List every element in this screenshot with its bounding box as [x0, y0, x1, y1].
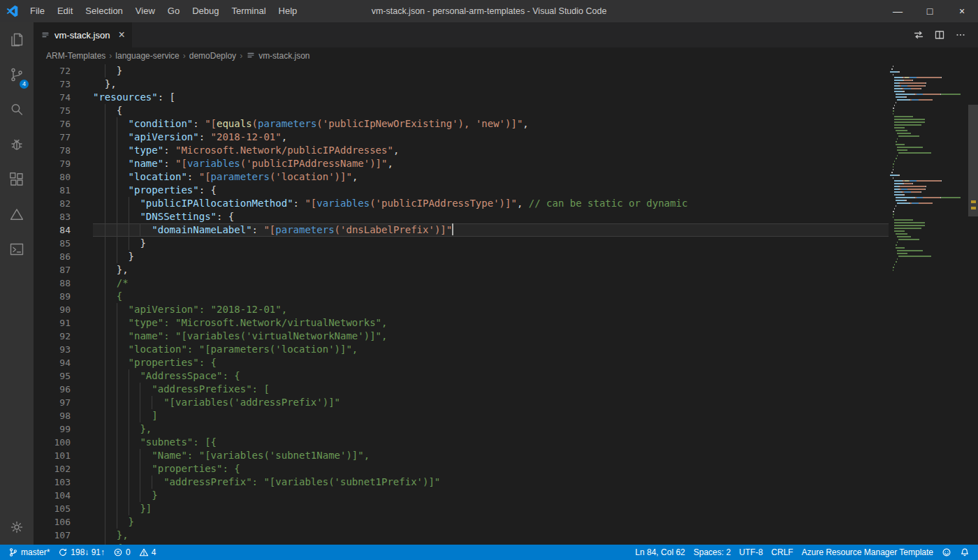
editor-scrollbar[interactable] — [968, 105, 978, 216]
breadcrumb-item[interactable]: vm-stack.json — [245, 50, 310, 62]
menu-item-help[interactable]: Help — [272, 0, 304, 22]
status-notifications[interactable] — [956, 545, 974, 560]
code-line[interactable]: 108 { — [34, 542, 889, 545]
line-number[interactable]: 101 — [34, 449, 71, 462]
line-number[interactable]: 78 — [34, 144, 71, 157]
minimize-button[interactable]: — — [882, 0, 914, 22]
code-line[interactable]: 84 "domainNameLabel": "[parameters('dnsL… — [34, 223, 889, 237]
code-line[interactable]: 102 "properties": { — [34, 462, 889, 476]
line-number[interactable]: 92 — [34, 330, 71, 343]
code-line[interactable]: 98 ] — [34, 409, 889, 422]
status-encoding[interactable]: UTF-8 — [735, 545, 767, 560]
line-number[interactable]: 87 — [34, 263, 71, 277]
line-number[interactable]: 81 — [34, 184, 71, 197]
code-line[interactable]: 82 "publicIPAllocationMethod": "[variabl… — [34, 197, 889, 210]
line-number[interactable]: 77 — [34, 131, 71, 144]
status-sync[interactable]: 198↓ 91↑ — [54, 545, 109, 560]
line-number[interactable]: 90 — [34, 303, 71, 316]
line-number[interactable]: 79 — [34, 157, 71, 170]
close-button[interactable]: × — [946, 0, 978, 22]
code-line[interactable]: 89 { — [34, 290, 889, 303]
status-branch[interactable]: master* — [4, 545, 54, 560]
code-line[interactable]: 78 "type": "Microsoft.Network/publicIPAd… — [34, 144, 889, 157]
open-changes-icon[interactable] — [908, 22, 929, 47]
line-number[interactable]: 99 — [34, 422, 71, 436]
editor[interactable]: 72 }73 },74"resources": [75 {76 "conditi… — [34, 64, 978, 545]
code-line[interactable]: 85 } — [34, 237, 889, 250]
line-number[interactable]: 85 — [34, 237, 71, 250]
minimap[interactable] — [890, 66, 968, 272]
code-line[interactable]: 106 } — [34, 515, 889, 529]
line-number[interactable]: 82 — [34, 197, 71, 210]
line-number[interactable]: 72 — [34, 64, 71, 78]
line-number[interactable]: 83 — [34, 210, 71, 223]
code-line[interactable]: 93 "location": "[parameters('location')]… — [34, 343, 889, 356]
code-line[interactable]: 79 "name": "[variables('publicIPAddressN… — [34, 157, 889, 170]
code-area[interactable]: 72 }73 },74"resources": [75 {76 "conditi… — [34, 64, 889, 545]
code-line[interactable]: 75 { — [34, 104, 889, 117]
code-line[interactable]: 74"resources": [ — [34, 91, 889, 104]
line-number[interactable]: 73 — [34, 78, 71, 91]
code-line[interactable]: 107 }, — [34, 529, 889, 542]
line-number[interactable]: 94 — [34, 356, 71, 369]
source-control-icon[interactable]: 4 — [0, 57, 34, 92]
status-feedback[interactable] — [937, 545, 956, 560]
line-number[interactable]: 103 — [34, 476, 71, 489]
code-line[interactable]: 90 "apiVersion": "2018-12-01", — [34, 303, 889, 316]
line-number[interactable]: 95 — [34, 369, 71, 383]
settings-gear-icon[interactable] — [0, 510, 34, 545]
line-number[interactable]: 108 — [34, 542, 71, 545]
extensions-icon[interactable] — [0, 162, 34, 197]
line-number[interactable]: 91 — [34, 316, 71, 330]
split-editor-icon[interactable] — [929, 22, 950, 47]
more-actions-icon[interactable] — [950, 22, 971, 47]
breadcrumb-item[interactable]: language-service — [115, 51, 180, 61]
line-number[interactable]: 80 — [34, 170, 71, 184]
remote-terminal-icon[interactable] — [0, 232, 34, 267]
code-line[interactable]: 87 }, — [34, 263, 889, 277]
line-number[interactable]: 76 — [34, 117, 71, 131]
line-number[interactable]: 106 — [34, 515, 71, 529]
code-line[interactable]: 80 "location": "[parameters('location')]… — [34, 170, 889, 184]
line-number[interactable]: 107 — [34, 529, 71, 542]
breadcrumb-item[interactable]: demoDeploy — [189, 51, 237, 61]
line-number[interactable]: 89 — [34, 290, 71, 303]
line-number[interactable]: 93 — [34, 343, 71, 356]
status-eol[interactable]: CRLF — [767, 545, 797, 560]
menu-item-selection[interactable]: Selection — [79, 0, 129, 22]
code-line[interactable]: 101 "Name": "[variables('subnet1Name')]"… — [34, 449, 889, 462]
line-number[interactable]: 104 — [34, 489, 71, 502]
tab-close-icon[interactable]: × — [118, 29, 124, 40]
breadcrumb-item[interactable]: ARM-Templates — [45, 51, 106, 61]
explorer-icon[interactable] — [0, 22, 34, 57]
status-warnings[interactable]: 4 — [135, 545, 161, 560]
line-number[interactable]: 97 — [34, 396, 71, 409]
line-number[interactable]: 75 — [34, 104, 71, 117]
line-number[interactable]: 74 — [34, 91, 71, 104]
code-line[interactable]: 76 "condition": "[equals(parameters('pub… — [34, 117, 889, 131]
line-number[interactable]: 86 — [34, 250, 71, 263]
status-language-mode[interactable]: Azure Resource Manager Template — [797, 545, 937, 560]
menu-item-debug[interactable]: Debug — [186, 0, 225, 22]
code-line[interactable]: 103 "addressPrefix": "[variables('subnet… — [34, 476, 889, 489]
code-line[interactable]: 72 } — [34, 64, 889, 78]
menu-item-edit[interactable]: Edit — [51, 0, 79, 22]
status-cursor-position[interactable]: Ln 84, Col 62 — [631, 545, 689, 560]
line-number[interactable]: 88 — [34, 277, 71, 290]
status-indentation[interactable]: Spaces: 2 — [689, 545, 735, 560]
code-line[interactable]: 95 "AddressSpace": { — [34, 369, 889, 383]
line-number[interactable]: 84 — [34, 223, 71, 237]
code-line[interactable]: 99 }, — [34, 422, 889, 436]
menu-item-view[interactable]: View — [129, 0, 161, 22]
code-line[interactable]: 81 "properties": { — [34, 184, 889, 197]
azure-icon[interactable] — [0, 197, 34, 232]
code-line[interactable]: 94 "properties": { — [34, 356, 889, 369]
code-line[interactable]: 86 } — [34, 250, 889, 263]
tab-vm-stack-json[interactable]: vm-stack.json × — [34, 22, 132, 47]
code-line[interactable]: 104 } — [34, 489, 889, 502]
code-line[interactable]: 100 "subnets": [{ — [34, 436, 889, 449]
menu-item-file[interactable]: File — [24, 0, 51, 22]
code-line[interactable]: 88 /* — [34, 277, 889, 290]
code-line[interactable]: 97 "[variables('addressPrefix')]" — [34, 396, 889, 409]
status-errors[interactable]: 0 — [109, 545, 135, 560]
